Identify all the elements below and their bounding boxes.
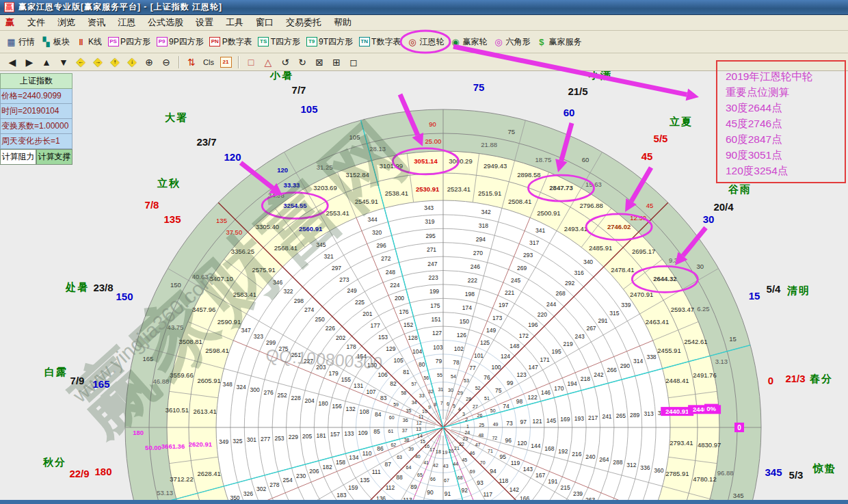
- toolbar-button-P数字表[interactable]: PNP数字表: [208, 34, 256, 50]
- select-rect-button[interactable]: □: [243, 55, 259, 70]
- toolbar-button-赢家轮[interactable]: ◉赢家轮: [448, 34, 491, 50]
- toolbar-button-P四方形[interactable]: PSP四方形: [106, 34, 155, 50]
- svg-text:6: 6: [447, 401, 449, 406]
- svg-text:2793.41: 2793.41: [670, 439, 693, 447]
- svg-text:75: 75: [473, 81, 485, 93]
- svg-text:50: 50: [490, 408, 496, 413]
- up-button[interactable]: ▲: [38, 55, 55, 70]
- toolbar-button-K线[interactable]: ‖K线: [74, 34, 106, 50]
- svg-text:89: 89: [410, 483, 417, 490]
- svg-text:348: 348: [223, 381, 233, 388]
- down-button[interactable]: ▼: [55, 55, 72, 70]
- svg-text:70: 70: [480, 460, 486, 465]
- zoom-out-button[interactable]: ⊖: [158, 55, 174, 70]
- calc-support-button[interactable]: 计算支撑: [36, 149, 72, 165]
- svg-text:158: 158: [336, 459, 345, 466]
- svg-text:319: 319: [425, 218, 434, 225]
- toolbar-button-赢家服务[interactable]: $赢家服务: [534, 34, 585, 50]
- window-bottom-border: [0, 500, 848, 504]
- menu-item-1[interactable]: 浏览: [51, 15, 81, 30]
- page-right-button[interactable]: ▶: [21, 55, 38, 70]
- svg-text:47: 47: [475, 442, 481, 447]
- shift-up-button[interactable]: ◆↑: [107, 55, 123, 70]
- svg-text:白露: 白露: [44, 366, 68, 377]
- svg-text:15: 15: [749, 290, 760, 302]
- screen-button[interactable]: ◻: [345, 55, 362, 70]
- toolbar-separator: [238, 56, 239, 68]
- toolbar-button-江恩轮[interactable]: ◎江恩轮: [405, 34, 448, 50]
- svg-text:105: 105: [394, 357, 403, 364]
- svg-text:2493.41: 2493.41: [564, 225, 587, 233]
- shift-left-button[interactable]: ◆←: [72, 55, 89, 70]
- delete-box-button[interactable]: ⊠: [311, 55, 328, 70]
- svg-text:133: 133: [344, 430, 354, 437]
- menu-item-7[interactable]: 窗口: [250, 15, 280, 30]
- annotation-line: 30度2644点: [726, 100, 845, 116]
- svg-text:159: 159: [348, 484, 358, 491]
- zoom-in-button[interactable]: ⊕: [141, 55, 157, 70]
- calc-resistance-button[interactable]: 计算阻力: [0, 149, 36, 165]
- toolbar-button-label: 9P四方形: [169, 36, 204, 48]
- svg-text:75: 75: [495, 387, 502, 394]
- shift-down-button[interactable]: ◆↓: [124, 55, 140, 70]
- svg-text:40: 40: [415, 454, 421, 459]
- toolbar-button-T数字表[interactable]: TNT数字表: [357, 34, 405, 50]
- fit-button[interactable]: ⊞: [328, 55, 345, 70]
- svg-text:33: 33: [419, 393, 425, 398]
- svg-text:149: 149: [486, 327, 496, 334]
- rotate-right-button[interactable]: ↻: [294, 55, 310, 70]
- toolbar-button-T四方形[interactable]: TST四方形: [256, 34, 304, 50]
- toolbar-button-板块[interactable]: ▚板块: [39, 34, 74, 50]
- toolbar-button-9T四方形[interactable]: T99T四方形: [304, 34, 357, 50]
- svg-text:215: 215: [561, 484, 570, 491]
- menu-item-8[interactable]: 交易委托: [280, 15, 328, 30]
- toolbar-button-行情[interactable]: ▦行情: [4, 34, 39, 50]
- menu-item-6[interactable]: 工具: [220, 15, 250, 30]
- svg-text:118: 118: [499, 477, 509, 484]
- svg-text:177: 177: [371, 322, 380, 329]
- svg-text:7/9: 7/9: [70, 375, 85, 386]
- menu-item-5[interactable]: 设置: [189, 15, 220, 30]
- rotate-left-button[interactable]: ↺: [277, 55, 293, 70]
- svg-text:春分: 春分: [809, 373, 833, 384]
- shift-right-button[interactable]: ◆→: [90, 55, 106, 70]
- svg-text:302: 302: [256, 486, 266, 492]
- time-axis-button[interactable]: ⇅: [183, 55, 200, 70]
- menu-item-3[interactable]: 江恩: [111, 15, 142, 30]
- svg-text:242: 242: [594, 371, 603, 378]
- svg-text:29: 29: [458, 390, 463, 395]
- triangle-tool-button[interactable]: △: [260, 55, 276, 70]
- svg-text:264: 264: [599, 456, 609, 463]
- svg-text:326: 326: [243, 490, 253, 497]
- svg-text:127: 127: [432, 330, 442, 336]
- page-left-button[interactable]: ◀: [4, 55, 21, 70]
- svg-text:5/5: 5/5: [654, 133, 668, 144]
- svg-text:135: 135: [216, 217, 227, 224]
- svg-text:313: 313: [644, 410, 654, 417]
- svg-text:193: 193: [574, 415, 584, 422]
- svg-text:25.00: 25.00: [425, 137, 442, 145]
- svg-text:135: 135: [163, 213, 181, 225]
- window-title: 赢家江恩专业版[赢家服务平台] - [上证指数 江恩轮]: [18, 1, 222, 13]
- svg-text:336: 336: [640, 464, 650, 471]
- menu-item-0[interactable]: 文件: [21, 15, 51, 30]
- candlestick-icon: ‖: [75, 36, 87, 47]
- svg-text:108: 108: [360, 408, 369, 415]
- svg-text:220: 220: [538, 311, 547, 318]
- calendar-button[interactable]: 21: [217, 55, 234, 70]
- svg-text:169: 169: [560, 416, 570, 423]
- svg-text:64: 64: [406, 465, 412, 470]
- menu-item-4[interactable]: 公式选股: [142, 15, 189, 30]
- menu-item-2[interactable]: 资讯: [81, 15, 111, 30]
- svg-text:150: 150: [116, 291, 133, 302]
- svg-text:2620.91: 2620.91: [189, 440, 213, 448]
- svg-text:37: 37: [402, 428, 408, 433]
- svg-text:惊蛰: 惊蛰: [812, 462, 836, 474]
- step-readout: 周天变化步长=1: [0, 134, 72, 149]
- cls-button[interactable]: Cls: [200, 55, 217, 70]
- menu-item-9[interactable]: 帮助: [328, 15, 358, 30]
- toolbar-button-9P四方形[interactable]: P99P四方形: [155, 34, 208, 50]
- toolbar-button-六角形[interactable]: ◎六角形: [491, 34, 534, 50]
- svg-text:219: 219: [564, 341, 573, 347]
- svg-text:13: 13: [416, 427, 421, 432]
